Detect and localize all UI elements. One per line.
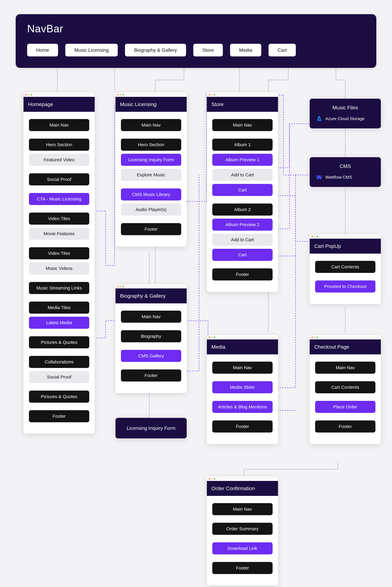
orderconf-segment[interactable]: Footer	[212, 562, 272, 574]
card-title: Checkout Page	[310, 339, 381, 354]
homepage-segment[interactable]: Video Tiles	[29, 247, 89, 259]
card-body: Cart ContentsProceed to Checkout	[310, 254, 381, 304]
orderconf-segment[interactable]: Download Link	[212, 542, 272, 554]
window-chrome	[310, 234, 381, 239]
store-segment: Add to Cart	[212, 234, 272, 246]
cms-title: CMS	[315, 163, 376, 169]
licensing-segment[interactable]: Footer	[121, 223, 181, 235]
licensing-segment[interactable]: Main Nav	[121, 119, 181, 131]
homepage-segment[interactable]: CTA - Music Licensing	[29, 193, 89, 205]
media-segment[interactable]: Main Nav	[212, 362, 272, 374]
checkout-segment[interactable]: Main Nav	[315, 362, 376, 374]
nav-cart[interactable]: Cart	[268, 44, 296, 57]
homepage-segment[interactable]: Pictures & Quotes	[29, 336, 89, 348]
nav-store[interactable]: Store	[193, 44, 223, 57]
nav-biography[interactable]: Biography & Gallery	[125, 44, 186, 57]
licensing-segment[interactable]: Licensing Inquiry Form	[121, 154, 181, 166]
window-chrome	[310, 335, 381, 339]
card-body: Main NavMedia SliderArticles & Blog Ment…	[207, 354, 278, 444]
store-segment[interactable]: Album Preview 1	[212, 154, 272, 166]
store-segment[interactable]: Cart	[212, 184, 272, 196]
store-segment[interactable]: Album 1	[212, 139, 272, 151]
checkout-segment[interactable]: Footer	[315, 420, 376, 432]
card-order-confirmation: Order ConfirmationMain NavOrder SummaryD…	[207, 477, 278, 585]
card-homepage: HomepageMain NavHero SectionFeatured Vid…	[24, 93, 95, 434]
homepage-segment[interactable]: Media Tiles	[29, 302, 89, 314]
window-chrome	[116, 284, 187, 288]
card-body: Main NavBiographyCMS GalleryFooter	[116, 303, 187, 393]
card-biography: Biography & GalleryMain NavBiographyCMS …	[116, 284, 187, 393]
biography-segment[interactable]: Main Nav	[121, 311, 181, 323]
media-segment[interactable]: Articles & Blog Mentions	[212, 401, 272, 413]
card-title: Media	[207, 339, 278, 354]
nav-licensing[interactable]: Music Licensing	[65, 44, 118, 57]
store-segment[interactable]: Album 2	[212, 204, 272, 216]
azure-icon	[316, 116, 322, 122]
card-cart-popup: Cart PopUpCart ContentsProceed to Checko…	[310, 234, 381, 304]
homepage-segment[interactable]: Latest Media	[29, 317, 89, 329]
nav-media[interactable]: Media	[230, 44, 261, 57]
card-title: Music Licensing	[116, 97, 187, 112]
homepage-segment[interactable]: Main Nav	[29, 119, 89, 131]
licensing-segment[interactable]: Hero Section	[121, 139, 181, 151]
homepage-segment: Social Proof	[29, 371, 89, 383]
window-chrome	[24, 93, 95, 97]
card-body: Main NavCart ContentsPlace OrderFooter	[310, 354, 381, 444]
licensing-segment: Explore Music	[121, 169, 181, 181]
card-title: Store	[207, 97, 278, 112]
card-body: Main NavHero SectionFeatured VideoSocial…	[24, 112, 95, 434]
cms-block: CMS Webflow CMS	[310, 157, 381, 187]
homepage-segment[interactable]: Music Streaming Links	[29, 282, 89, 294]
homepage-segment: Music Videos	[29, 262, 89, 274]
homepage-segment[interactable]: Footer	[29, 410, 89, 422]
window-chrome	[207, 477, 278, 481]
card-body: Main NavHero SectionLicensing Inquiry Fo…	[116, 112, 187, 247]
card-media: MediaMain NavMedia SliderArticles & Blog…	[207, 335, 278, 444]
licensing-form-block: Licensing Inquiry Form	[116, 418, 187, 438]
card-store: StoreMain NavAlbum 1Album Preview 1Add t…	[207, 93, 278, 292]
navbar-title: NavBar	[27, 23, 365, 35]
homepage-segment[interactable]: Pictures & Quotes	[29, 391, 89, 403]
homepage-segment[interactable]: Collaborations	[29, 356, 89, 368]
homepage-segment: Featured Video	[29, 154, 89, 166]
navbar-card: NavBar Home Music Licensing Biography & …	[16, 14, 376, 68]
media-segment[interactable]: Footer	[212, 420, 272, 432]
store-segment[interactable]: Album Preview 2	[212, 219, 272, 231]
music-files-title: Music Files	[315, 105, 376, 111]
card-body: Main NavAlbum 1Album Preview 1Add to Car…	[207, 112, 278, 292]
card-title: Cart PopUp	[310, 239, 381, 254]
card-title: Homepage	[24, 97, 95, 112]
homepage-segment: Movie Features	[29, 228, 89, 240]
licensing-segment: Audio Player(s)	[121, 204, 181, 216]
webflow-icon	[316, 174, 322, 180]
nav-home[interactable]: Home	[27, 44, 58, 57]
card-checkout: Checkout PageMain NavCart ContentsPlace …	[310, 335, 381, 444]
cms-label: Webflow CMS	[325, 175, 352, 180]
orderconf-segment[interactable]: Main Nav	[212, 503, 272, 515]
store-segment[interactable]: Footer	[212, 268, 272, 280]
checkout-segment[interactable]: Place Order	[315, 401, 376, 413]
window-chrome	[207, 335, 278, 339]
window-chrome	[116, 93, 187, 97]
cartpopup-segment[interactable]: Proceed to Checkout	[315, 280, 376, 293]
homepage-segment[interactable]: Hero Section	[29, 139, 89, 151]
window-chrome	[207, 93, 278, 97]
checkout-segment[interactable]: Cart Contents	[315, 381, 376, 393]
orderconf-segment[interactable]: Order Summary	[212, 523, 272, 535]
homepage-segment[interactable]: Social Proof	[29, 173, 89, 185]
store-segment[interactable]: Cart	[212, 249, 272, 261]
licensing-segment[interactable]: CMS Music Library	[121, 188, 181, 201]
card-title: Order Confirmation	[207, 481, 278, 496]
navbar-row: Home Music Licensing Biography & Gallery…	[27, 44, 365, 57]
media-segment[interactable]: Media Slider	[212, 381, 272, 393]
store-segment: Add to Cart	[212, 169, 272, 181]
music-files-label: Azure Cloud Storage	[325, 116, 364, 121]
biography-segment[interactable]: CMS Gallery	[121, 350, 181, 362]
card-title: Biography & Gallery	[116, 288, 187, 303]
music-files-block: Music Files Azure Cloud Storage	[310, 99, 381, 128]
cartpopup-segment[interactable]: Cart Contents	[315, 261, 376, 273]
biography-segment[interactable]: Footer	[121, 369, 181, 381]
biography-segment[interactable]: Biography	[121, 330, 181, 342]
store-segment[interactable]: Main Nav	[212, 119, 272, 131]
homepage-segment[interactable]: Video Tiles	[29, 213, 89, 225]
